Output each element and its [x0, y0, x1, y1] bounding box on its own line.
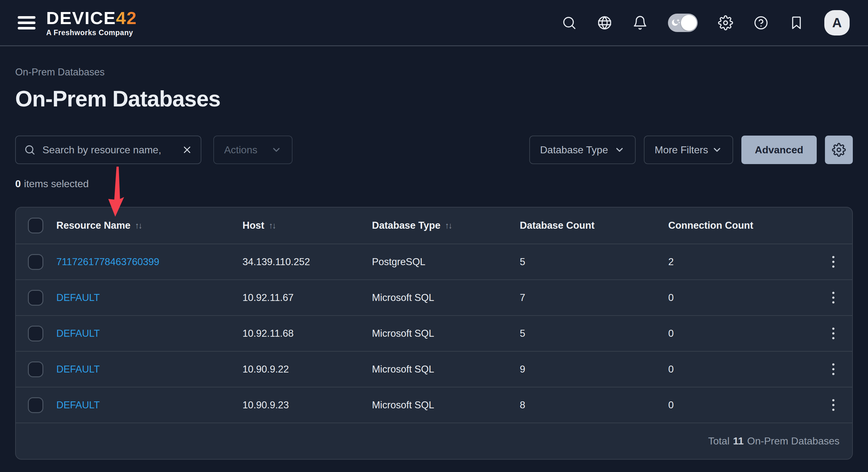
search-field-icon: [24, 144, 35, 155]
resource-name-link[interactable]: 7117261778463760399: [56, 256, 159, 268]
brand-area: DEVICE42 A Freshworks Company: [18, 9, 137, 36]
sort-icon: ↑↓: [445, 221, 452, 231]
host-cell: 10.90.9.22: [243, 364, 372, 375]
column-header-database-count: Database Count: [520, 220, 594, 231]
table-row: DEFAULT 10.92.11.68 Microsoft SQL 5 0: [16, 315, 852, 351]
database-count-cell: 8: [520, 400, 668, 411]
databases-table: Resource Name↑↓ Host↑↓ Database Type↑↓ D…: [15, 207, 853, 460]
total-suffix: On-Prem Databases: [747, 435, 839, 447]
search-icon[interactable]: [562, 15, 577, 30]
database-type-cell: Microsoft SQL: [372, 364, 520, 375]
table-settings-button[interactable]: [825, 136, 853, 164]
database-type-cell: PostgreSQL: [372, 256, 520, 268]
row-checkbox[interactable]: [28, 290, 43, 306]
row-menu-kebab-icon[interactable]: [829, 253, 838, 271]
globe-icon[interactable]: [597, 15, 612, 30]
database-count-cell: 7: [520, 292, 668, 303]
column-header-host[interactable]: Host↑↓: [243, 220, 275, 231]
resource-name-link[interactable]: DEFAULT: [56, 364, 100, 375]
page-content: On-Prem Databases On-Prem Databases Acti…: [0, 66, 868, 460]
host-cell: 10.92.11.68: [243, 328, 372, 339]
gear-icon: [832, 143, 846, 157]
settings-gear-icon[interactable]: [718, 15, 733, 30]
connection-count-cell: 2: [668, 256, 814, 268]
row-checkbox[interactable]: [28, 254, 43, 270]
page-title: On-Prem Databases: [15, 86, 853, 112]
connection-count-cell: 0: [668, 292, 814, 303]
bookmark-icon[interactable]: [789, 15, 804, 30]
database-type-filter[interactable]: Database Type: [529, 136, 636, 164]
total-prefix: Total: [708, 435, 730, 447]
connection-count-cell: 0: [668, 364, 814, 375]
selection-count: 0: [15, 178, 21, 189]
host-cell: 10.90.9.23: [243, 400, 372, 411]
column-header-connection-count: Connection Count: [668, 220, 753, 231]
database-type-cell: Microsoft SQL: [372, 400, 520, 411]
avatar[interactable]: A: [824, 10, 850, 35]
actions-label: Actions: [224, 144, 257, 156]
connection-count-cell: 0: [668, 328, 814, 339]
row-menu-kebab-icon[interactable]: [829, 324, 838, 343]
table-footer: Total 11 On-Prem Databases: [16, 422, 852, 459]
row-checkbox[interactable]: [28, 326, 43, 342]
menu-icon[interactable]: [18, 16, 35, 29]
logo[interactable]: DEVICE42 A Freshworks Company: [46, 9, 137, 36]
column-header-resource-name[interactable]: Resource Name↑↓: [56, 220, 142, 231]
select-all-checkbox[interactable]: [28, 218, 43, 233]
resource-name-link[interactable]: DEFAULT: [56, 328, 100, 339]
advanced-button-label: Advanced: [755, 144, 803, 156]
database-type-filter-label: Database Type: [540, 144, 608, 156]
chevron-down-icon: [614, 144, 625, 155]
logo-wordmark: DEVICE42: [46, 9, 137, 27]
column-header-database-type[interactable]: Database Type↑↓: [372, 220, 452, 231]
database-count-cell: 9: [520, 364, 668, 375]
avatar-letter: A: [832, 15, 842, 30]
help-icon[interactable]: [753, 15, 769, 30]
database-count-cell: 5: [520, 328, 668, 339]
sort-icon: ↑↓: [135, 221, 142, 231]
row-menu-kebab-icon[interactable]: [829, 289, 838, 307]
actions-dropdown[interactable]: Actions: [213, 136, 292, 164]
row-menu-kebab-icon[interactable]: [829, 360, 838, 378]
selection-status: 0items selected: [15, 178, 853, 190]
theme-toggle[interactable]: [668, 13, 698, 32]
table-row: DEFAULT 10.90.9.23 Microsoft SQL 8 0: [16, 387, 852, 422]
total-count: 11: [733, 435, 744, 447]
table-row: DEFAULT 10.90.9.22 Microsoft SQL 9 0: [16, 351, 852, 387]
search-input[interactable]: [42, 144, 175, 156]
more-filters-label: More Filters: [655, 144, 708, 156]
notifications-bell-icon[interactable]: [632, 15, 648, 30]
moon-icon: [671, 18, 681, 28]
selection-label: items selected: [24, 178, 89, 189]
database-count-cell: 5: [520, 256, 668, 268]
host-cell: 10.92.11.67: [243, 292, 372, 303]
row-menu-kebab-icon[interactable]: [829, 396, 838, 414]
resource-name-link[interactable]: DEFAULT: [56, 400, 100, 411]
table-header-row: Resource Name↑↓ Host↑↓ Database Type↑↓ D…: [16, 207, 852, 244]
breadcrumb[interactable]: On-Prem Databases: [15, 66, 105, 78]
topbar-icons: A: [562, 10, 850, 35]
sort-icon: ↑↓: [269, 221, 275, 231]
logo-tagline: A Freshworks Company: [46, 29, 137, 36]
database-type-cell: Microsoft SQL: [372, 328, 520, 339]
row-checkbox[interactable]: [28, 397, 43, 413]
connection-count-cell: 0: [668, 400, 814, 411]
chevron-down-icon: [271, 144, 282, 155]
host-cell: 34.139.110.252: [243, 256, 372, 268]
toolbar: Actions Database Type More Filters Advan…: [15, 136, 853, 164]
row-checkbox[interactable]: [28, 361, 43, 377]
advanced-button[interactable]: Advanced: [741, 136, 817, 164]
toolbar-right: Database Type More Filters Advanced: [529, 136, 853, 164]
topbar: DEVICE42 A Freshworks Company: [0, 0, 868, 46]
chevron-down-icon: [712, 144, 722, 155]
toggle-knob: [681, 15, 697, 31]
resource-name-link[interactable]: DEFAULT: [56, 292, 100, 303]
table-row: DEFAULT 10.92.11.67 Microsoft SQL 7 0: [16, 279, 852, 315]
database-type-cell: Microsoft SQL: [372, 292, 520, 303]
clear-search-icon[interactable]: [182, 144, 192, 155]
toolbar-left: Actions: [15, 136, 292, 164]
more-filters-dropdown[interactable]: More Filters: [644, 136, 733, 164]
table-row: 7117261778463760399 34.139.110.252 Postg…: [16, 244, 852, 279]
logo-accent: 42: [116, 8, 137, 28]
search-box: [15, 136, 201, 164]
